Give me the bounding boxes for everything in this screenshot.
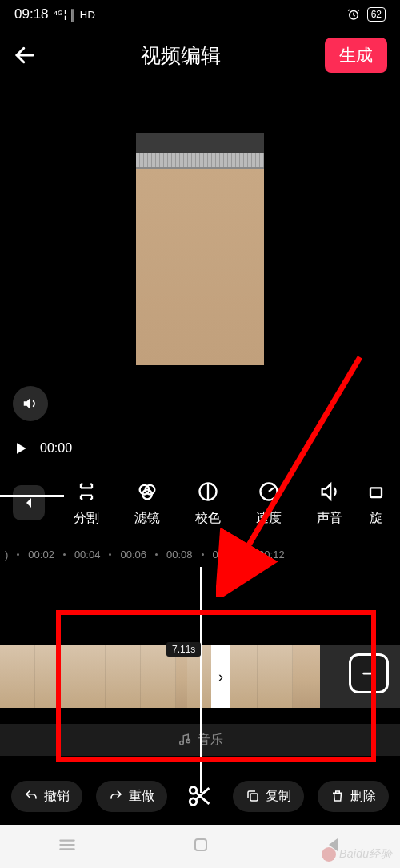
tool-strip: 分割 滤镜 校色 速度 声音 旋 — [0, 464, 400, 541]
tool-label: 旋 — [370, 510, 382, 527]
status-bar: 09:18 ⁴ᴳ╏║ HD 62 — [0, 0, 400, 29]
svg-rect-6 — [370, 488, 382, 497]
tool-speed[interactable]: 速度 — [238, 480, 299, 527]
svg-rect-12 — [250, 794, 258, 801]
tool-label: 速度 — [256, 510, 282, 527]
ruler-mark: 00:02 — [28, 549, 54, 561]
svg-point-10 — [190, 787, 197, 794]
trash-icon — [330, 789, 345, 803]
progress-indicator — [0, 495, 64, 497]
undo-icon — [24, 789, 38, 803]
clock-text: 09:18 — [14, 6, 49, 22]
timeline[interactable]: 7.11s › 音乐 — [0, 567, 400, 793]
tool-label: 分割 — [74, 510, 99, 527]
undo-button[interactable]: 撤销 — [11, 781, 82, 812]
tool-label: 校色 — [195, 510, 221, 527]
page-title: 视频编辑 — [37, 42, 325, 69]
redo-button[interactable]: 重做 — [96, 781, 167, 812]
ruler-mark: 00:04 — [74, 549, 101, 561]
ruler-mark: 00:08 — [166, 549, 193, 561]
action-label: 删除 — [350, 788, 376, 805]
video-frame — [136, 133, 264, 365]
tool-filter[interactable]: 滤镜 — [117, 480, 178, 527]
ruler-mark: 00:10 — [213, 549, 239, 561]
tool-sound[interactable]: 声音 — [299, 480, 360, 527]
rotate-icon — [365, 480, 387, 504]
nav-home-button[interactable] — [191, 835, 210, 858]
copy-button[interactable]: 复制 — [233, 781, 304, 812]
color-icon — [197, 480, 219, 504]
svg-rect-13 — [195, 839, 206, 850]
filter-icon — [136, 480, 158, 504]
watermark-icon — [322, 847, 336, 862]
generate-button[interactable]: 生成 — [325, 38, 387, 73]
alarm-icon — [346, 7, 361, 22]
watermark: Baidu经验 — [322, 847, 392, 862]
ruler-mark: 00:06 — [120, 549, 146, 561]
nav-menu-button[interactable] — [57, 834, 78, 858]
video-clip[interactable] — [0, 645, 320, 708]
add-clip-button[interactable] — [349, 653, 389, 693]
time-ruler[interactable]: ) 00:02 00:04 00:06 00:08 00:10 00:12 — [0, 541, 400, 567]
svg-point-11 — [190, 798, 197, 806]
playback-controls: 00:00 — [0, 432, 400, 464]
video-preview[interactable] — [0, 82, 400, 432]
split-icon — [75, 480, 98, 504]
ruler-mark: ) — [5, 549, 8, 561]
tool-rotate[interactable]: 旋 — [360, 480, 392, 527]
volume-icon — [318, 480, 341, 504]
playback-time: 00:00 — [40, 441, 72, 456]
tool-label: 声音 — [317, 510, 342, 527]
action-label: 复制 — [266, 788, 291, 805]
clip-edge-handle[interactable]: › — [211, 645, 230, 708]
tool-label: 滤镜 — [134, 510, 160, 527]
speed-icon — [258, 480, 280, 504]
music-icon — [177, 733, 191, 747]
back-button[interactable] — [13, 43, 37, 67]
copy-icon — [246, 789, 260, 803]
tool-collapse-button[interactable] — [13, 485, 45, 520]
redo-icon — [109, 789, 123, 803]
delete-button[interactable]: 删除 — [318, 781, 389, 812]
app-header: 视频编辑 生成 — [0, 29, 400, 82]
playhead[interactable] — [200, 567, 202, 793]
tool-split[interactable]: 分割 — [56, 480, 117, 527]
mute-toggle[interactable] — [13, 386, 48, 421]
signal-indicator: ⁴ᴳ╏║ HD — [54, 9, 96, 21]
battery-indicator: 62 — [367, 7, 386, 22]
action-label: 撤销 — [44, 788, 70, 805]
ruler-mark: 00:12 — [258, 549, 285, 561]
play-button[interactable] — [13, 440, 29, 456]
clip-duration-badge: 7.11s — [166, 642, 201, 657]
tool-color[interactable]: 校色 — [178, 480, 238, 527]
action-label: 重做 — [129, 788, 154, 805]
